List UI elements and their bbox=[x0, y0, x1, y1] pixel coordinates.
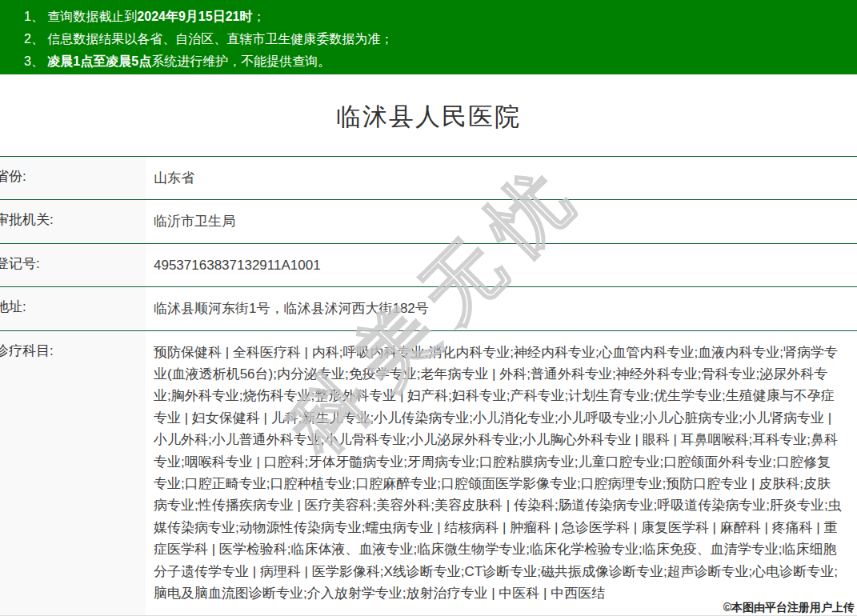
page-title: 临沭县人民医院 bbox=[0, 100, 857, 134]
row-label: 地址: bbox=[0, 287, 146, 330]
notice-item-1: 1、 查询数据截止到2024年9月15日21时； bbox=[24, 6, 849, 28]
notice-banner: 1、 查询数据截止到2024年9月15日21时； 2、 信息数据结果以各省、自治… bbox=[0, 0, 857, 74]
row-value: 临沂市卫生局 bbox=[146, 200, 857, 242]
row-label: 省份: bbox=[0, 157, 146, 199]
table-row-province: 省份: 山东省 bbox=[0, 157, 857, 200]
row-label: 诊疗科目: bbox=[0, 331, 146, 615]
notice-item-3: 3、 凌晨1点至凌晨5点系统进行维护，不能提供查询。 bbox=[24, 50, 849, 73]
notice-1-text: 1、 查询数据截止到 bbox=[24, 10, 137, 23]
notice-2-text: 2、 信息数据结果以各省、自治区、直辖市卫生健康委数据为准； bbox=[24, 32, 393, 46]
notice-list: 1、 查询数据截止到2024年9月15日21时； 2、 信息数据结果以各省、自治… bbox=[24, 6, 849, 73]
table-row-approval-authority: 审批机关: 临沂市卫生局 bbox=[0, 200, 857, 243]
table-row-address: 地址: 临沭县顺河东街1号，临沭县沭河西大街182号 bbox=[0, 287, 857, 330]
row-value: 临沭县顺河东街1号，临沭县沭河西大街182号 bbox=[146, 287, 857, 330]
notice-1-tail: ； bbox=[252, 10, 265, 23]
notice-3-bold: 凌晨1点至凌晨5点 bbox=[47, 54, 151, 68]
notice-3-text: 3、 bbox=[24, 54, 47, 68]
photo-credit-watermark: ©本图由平台注册用户上传 bbox=[723, 601, 855, 615]
notice-item-2: 2、 信息数据结果以各省、自治区、直辖市卫生健康委数据为准； bbox=[24, 28, 849, 50]
notice-3-tail: 系统进行维护，不能提供查询。 bbox=[151, 54, 330, 68]
row-value: 49537163837132911A1001 bbox=[146, 244, 857, 286]
table-row-medical-departments: 诊疗科目: 预防保健科 | 全科医疗科 | 内科;呼吸内科专业;消化内科专业;神… bbox=[0, 331, 857, 616]
row-value: 预防保健科 | 全科医疗科 | 内科;呼吸内科专业;消化内科专业;神经内科专业;… bbox=[146, 331, 857, 615]
table-row-registration-number: 登记号: 49537163837132911A1001 bbox=[0, 244, 857, 287]
notice-1-bold: 2024年9月15日21时 bbox=[137, 10, 252, 23]
row-label: 审批机关: bbox=[0, 200, 146, 242]
info-table: 省份: 山东省 审批机关: 临沂市卫生局 登记号: 49537163837132… bbox=[0, 156, 857, 616]
row-value: 山东省 bbox=[146, 157, 857, 199]
row-label: 登记号: bbox=[0, 244, 146, 286]
